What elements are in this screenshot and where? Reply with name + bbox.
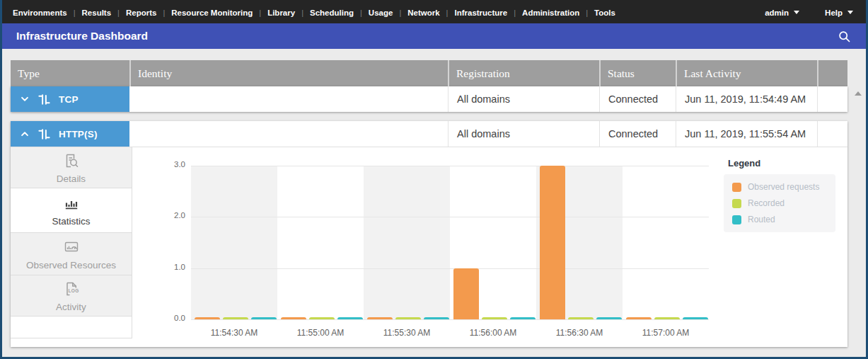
nav-item-library[interactable]: Library [267,8,295,17]
help-menu[interactable]: Help [825,8,853,17]
nav-item-results[interactable]: Results [82,8,112,17]
plot-band [277,166,364,319]
chevron-down-icon [20,94,30,104]
chart-bar-observed-requests [281,317,306,319]
top-nav: Environments|Results|Reports|Resource Mo… [2,0,866,23]
cell-empty [817,121,847,147]
legend-entry: Observed requests [732,182,827,192]
chart-bar-recorded [568,317,594,319]
user-menu-label: admin [765,8,789,17]
cell-status: Connected [599,121,676,147]
table-row-tcp: TCP All domains Connected Jun 11, 2019, … [11,86,847,112]
column-header-type: Type [11,60,129,86]
cell-registration: All domains [448,86,599,112]
nav-item-environments[interactable]: Environments [13,8,67,17]
cell-last-activity: Jun 11, 2019, 11:55:54 AM [676,121,817,147]
nav-separator: | [163,8,165,17]
nav-item-tools[interactable]: Tools [594,8,615,17]
chart-bar-routed [251,317,277,319]
table-row: TCP All domains Connected Jun 11, 2019, … [11,86,847,112]
gridline [191,268,709,269]
chart-bar-routed [337,317,363,319]
chart-bar-observed-requests [626,317,652,319]
nav-separator: | [446,8,449,17]
nav-item-administration[interactable]: Administration [522,8,579,17]
help-menu-label: Help [825,8,843,17]
gridline [191,166,709,166]
connection-endpoints-icon [37,127,51,141]
chart-bar-routed [683,317,708,319]
x-axis-label: 11:55:00 AM [277,328,364,338]
chart-bar-observed-requests [540,166,565,319]
row-type-label: TCP [59,94,79,105]
scroll-up-icon[interactable] [855,91,862,96]
legend-entry: Recorded [732,198,827,208]
nav-item-usage[interactable]: Usage [369,8,393,17]
nav-separator: | [301,8,303,17]
legend-entry: Routed [732,215,827,224]
chart-bar-recorded [395,317,421,319]
cell-identity [129,86,448,112]
y-axis-label: 1.0 [144,263,185,271]
nav-item-reports[interactable]: Reports [126,8,156,17]
nav-item-scheduling[interactable]: Scheduling [310,8,354,17]
connection-endpoints-icon [37,93,51,106]
nav-separator: | [360,8,362,17]
plot-band [364,166,450,319]
chart-bar-recorded [309,317,335,319]
chevron-down-icon [794,11,799,14]
column-header-registration: Registration [448,60,599,86]
column-header-empty [817,60,847,86]
row-type-label: HTTP(S) [59,129,98,139]
y-axis-label: 2.0 [144,211,185,220]
chart-bar-recorded [654,317,680,319]
nav-separator: | [586,8,588,17]
nav-item-network[interactable]: Network [407,8,439,17]
plot-band [191,166,277,319]
row-expander-tcp[interactable]: TCP [11,86,129,112]
table-row-https-expanded: HTTP(S) All domains Connected Jun 11, 20… [11,121,847,347]
nav-item-resource-monitoring[interactable]: Resource Monitoring [171,8,253,17]
nav-right: admin Help [765,8,853,17]
nav-menu: Environments|Results|Reports|Resource Mo… [6,8,622,17]
column-header-identity: Identity [129,60,448,86]
chart-bar-observed-requests [453,268,479,319]
chart-bar-routed [424,317,449,319]
y-axis-label: 3.0 [144,160,185,169]
app-window: Environments|Results|Reports|Resource Mo… [0,0,868,359]
chevron-up-icon [20,129,30,139]
cell-registration: All domains [448,121,599,147]
chart-bar-observed-requests [367,317,393,319]
nav-separator: | [259,8,261,17]
chart-bar-recorded [223,317,248,319]
scrollbar[interactable] [852,86,864,347]
cell-identity [129,121,448,147]
page-title: Infrastructure Dashboard [16,30,148,42]
chevron-down-icon [847,11,853,14]
connection-detail-panel: DetailsStatisticsObserved ResourcesLOGAc… [11,147,847,347]
legend-label: Observed requests [748,182,819,192]
x-axis-label: 11:56:30 AM [536,328,623,338]
legend-label: Routed [748,215,775,224]
cell-empty [817,86,847,112]
search-icon[interactable] [837,29,852,44]
nav-separator: | [399,8,401,17]
legend-title: Legend [728,158,760,169]
legend-swatch-recorded [732,199,741,208]
chart-bar-observed-requests [195,317,220,319]
legend-swatch-observed-requests [732,183,741,192]
row-expander-https[interactable]: HTTP(S) [11,121,129,147]
nav-separator: | [74,8,76,17]
chart-bar-routed [596,317,622,319]
user-menu[interactable]: admin [765,8,799,17]
column-header-last-activity: Last Activity [676,60,817,86]
gridline [191,217,709,217]
chart-bar-routed [510,317,536,319]
x-axis-label: 11:54:30 AM [191,328,277,338]
gridline [191,319,709,320]
legend-swatch-routed [732,215,741,224]
nav-separator: | [514,8,516,17]
table-row: HTTP(S) All domains Connected Jun 11, 20… [11,121,847,147]
nav-item-infrastructure[interactable]: Infrastructure [454,8,507,17]
statistics-chart: 11:54:30 AM11:55:00 AM11:55:30 AM11:56:0… [11,147,847,347]
